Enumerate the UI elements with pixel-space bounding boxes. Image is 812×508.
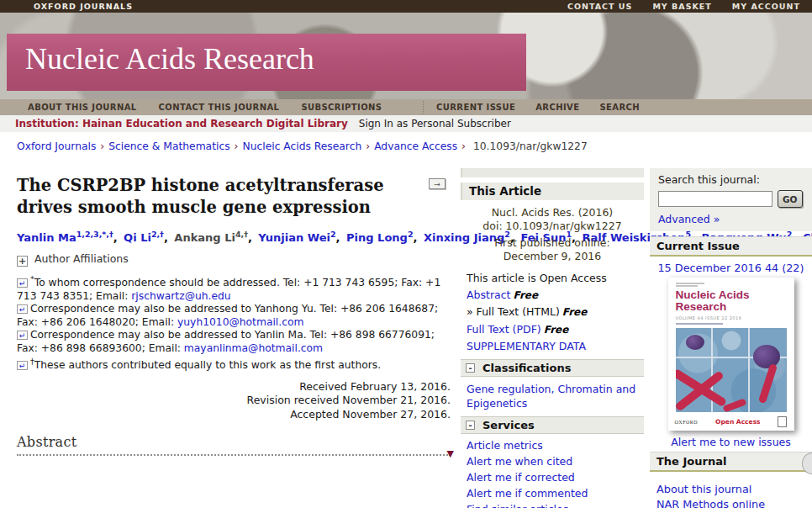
search-input[interactable] — [658, 191, 772, 207]
author-affiliation-sup[interactable]: 1,2,3,*,† — [76, 230, 113, 239]
article-view-line: SUPPLEMENTARY DATA — [467, 338, 644, 355]
cover-microtext — [676, 285, 698, 287]
cover-microtext — [676, 283, 704, 284]
author-entry: Qi Li2,†, — [124, 231, 174, 244]
right-sidebar: Search this journal: GO Advanced » Curre… — [650, 168, 812, 508]
service-link[interactable]: Find similar articles — [461, 501, 644, 508]
this-article-panel: This Article Nucl. Acids Res. (2016) doi… — [461, 168, 644, 508]
author-list: Yanlin Ma1,2,3,*,†, Qi Li2,†, Ankang Li4… — [17, 223, 451, 249]
service-link[interactable]: Alert me if corrected — [461, 469, 644, 485]
nav-item[interactable]: ARCHIVE — [535, 103, 579, 112]
advanced-search-link[interactable]: Advanced » — [658, 213, 804, 225]
fsc-logo-icon — [778, 416, 787, 427]
this-article-header: This Article — [461, 183, 644, 200]
correspondence-note: ↵Correspondence may also be addressed to… — [17, 303, 451, 329]
nav-item[interactable]: SEARCH — [599, 103, 640, 112]
classifications-header[interactable]: - Classifications — [461, 359, 644, 377]
service-link[interactable]: Article metrics — [461, 437, 644, 453]
current-issue-link[interactable]: 15 December 2016 44 (22) — [650, 262, 812, 274]
journal-link[interactable]: About this journal — [656, 482, 812, 497]
current-issue-header: Current Issue — [650, 236, 812, 257]
breadcrumb-link[interactable]: Advance Access — [374, 140, 457, 152]
article-view-links: This article is Open Access AbstractFree… — [461, 270, 644, 355]
article-view-link[interactable]: SUPPLEMENTARY DATA — [467, 340, 586, 352]
breadcrumb-separator: › — [366, 140, 370, 152]
cover-journal-title: Nucleic Acids Research — [676, 289, 787, 313]
citation-doi: doi: 10.1093/nar/gkw1227 — [462, 220, 642, 233]
minus-icon[interactable]: - — [466, 421, 475, 430]
author-entry: Yanlin Ma1,2,3,*,†, — [17, 231, 124, 244]
sign-in-link[interactable]: Sign In as Personal Subscriber — [359, 118, 511, 130]
services-header[interactable]: - Services — [461, 416, 644, 434]
email-link[interactable]: rjschwartz@uh.edu — [131, 290, 230, 302]
cover-art — [676, 328, 787, 412]
back-to-text-icon[interactable]: ↵ — [17, 304, 28, 314]
nav-item[interactable]: SUBSCRIPTIONS — [301, 103, 382, 112]
classification-link[interactable]: Gene regulation, Chromatin and Epigeneti… — [461, 382, 644, 410]
next-article-icon[interactable]: → — [429, 178, 446, 189]
article-view-link[interactable]: » Full Text (HTML) — [467, 305, 560, 318]
journal-link[interactable]: NAR Methods online — [656, 497, 812, 508]
free-badge: Free — [562, 306, 588, 318]
breadcrumb-link[interactable]: Science & Mathematics — [108, 140, 229, 152]
journal-cover[interactable]: Nucleic Acids Research VOLUME 44 ISSUE 2… — [668, 278, 794, 431]
correspondence-note: ↵*To whom correspondence should be addre… — [17, 273, 451, 303]
topbar-link[interactable]: MY ACCOUNT — [732, 2, 800, 11]
topbar-link[interactable]: MY BASKET — [652, 2, 711, 11]
nav-item[interactable]: CONTACT THIS JOURNAL — [159, 103, 280, 112]
back-to-text-icon[interactable]: ↵ — [17, 331, 28, 340]
back-to-text-icon[interactable]: ↵ — [17, 278, 28, 288]
cover-art-ribbon — [757, 363, 777, 404]
cover-art-blob — [686, 335, 704, 350]
breadcrumb-link[interactable]: Oxford Journals — [17, 140, 96, 152]
breadcrumb-link[interactable]: Nucleic Acids Research — [242, 140, 361, 152]
author-affiliation-sup[interactable]: 2 — [408, 230, 414, 239]
author-link[interactable]: Yunjian Wei2 — [258, 231, 335, 244]
service-link[interactable]: Alert me if commented — [461, 485, 644, 501]
journal-banner: Nucleic Acids Research — [0, 13, 812, 99]
article-view-line: Full Text (PDF)Free — [467, 321, 644, 339]
author-link[interactable]: Ankang Li4,† — [174, 231, 248, 244]
nav-item[interactable]: ABOUT THIS JOURNAL — [28, 103, 137, 112]
the-journal-header: The Journal — [650, 452, 812, 472]
cover-volume-line: VOLUME 44 ISSUE 22 2016 — [676, 315, 787, 320]
article-column: The CSRP2BP histone acetyltransferase dr… — [17, 160, 451, 456]
search-panel: Search this journal: GO Advanced » — [650, 168, 812, 231]
author-affiliation-sup[interactable]: 2,† — [151, 230, 164, 239]
correspondence-note: ↵†These authors contributed equally to t… — [17, 355, 451, 373]
email-link[interactable]: yuyh1010@hotmail.com — [177, 316, 303, 328]
author-affiliation-sup[interactable]: 4,† — [235, 230, 248, 239]
topbar-link[interactable]: CONTACT US — [567, 2, 632, 11]
article-view-link[interactable]: Full Text (PDF) — [467, 323, 541, 336]
go-button[interactable]: GO — [778, 190, 803, 208]
journal-navbar: ABOUT THIS JOURNALCONTACT THIS JOURNALSU… — [0, 99, 812, 115]
nav-item[interactable]: CURRENT ISSUE — [436, 103, 515, 112]
article-view-line: » Full Text (HTML)Free — [467, 304, 644, 321]
alert-new-issues-link[interactable]: Alert me to new issues — [650, 436, 812, 448]
service-link[interactable]: Alert me when cited — [461, 453, 644, 469]
breadcrumb-current: 10.1093/nar/gkw1227 — [473, 140, 588, 152]
author-entry: Yunjian Wei2, — [258, 231, 346, 244]
topbar-links: CONTACT USMY BASKETMY ACCOUNT — [567, 2, 800, 11]
panel-top-strip — [461, 168, 644, 177]
minus-icon[interactable]: - — [466, 363, 475, 373]
back-to-text-icon[interactable]: ↵ — [17, 361, 28, 370]
abstract-heading: Abstract — [17, 434, 451, 450]
nav-right-group: CURRENT ISSUEARCHIVESEARCH — [436, 103, 640, 112]
author-affiliations-toggle[interactable]: +Author Affiliations — [17, 252, 451, 267]
oxford-journals-logo[interactable]: OXFORD JOURNALS — [34, 2, 133, 11]
author-link[interactable]: Ping Long2 — [346, 231, 413, 244]
collapse-abstract-icon[interactable]: ▼ — [447, 448, 454, 459]
oxford-topbar: OXFORD JOURNALS CONTACT USMY BASKETMY AC… — [0, 0, 812, 13]
plus-icon[interactable]: + — [17, 256, 28, 267]
citation-journal: Nucl. Acids Res. (2016) — [462, 206, 642, 220]
breadcrumb-separator: › — [461, 140, 466, 152]
article-view-link[interactable]: Abstract — [467, 288, 510, 301]
nav-divider — [423, 101, 424, 114]
author-affiliation-sup[interactable]: 2 — [330, 230, 336, 239]
journal-title[interactable]: Nucleic Acids Research — [25, 41, 314, 77]
author-link[interactable]: Yanlin Ma1,2,3,*,† — [17, 231, 113, 244]
journal-links: About this journalNAR Methods online — [650, 472, 812, 508]
author-link[interactable]: Qi Li2,† — [124, 231, 164, 244]
email-link[interactable]: mayanlinma@hotmail.com — [184, 342, 323, 354]
